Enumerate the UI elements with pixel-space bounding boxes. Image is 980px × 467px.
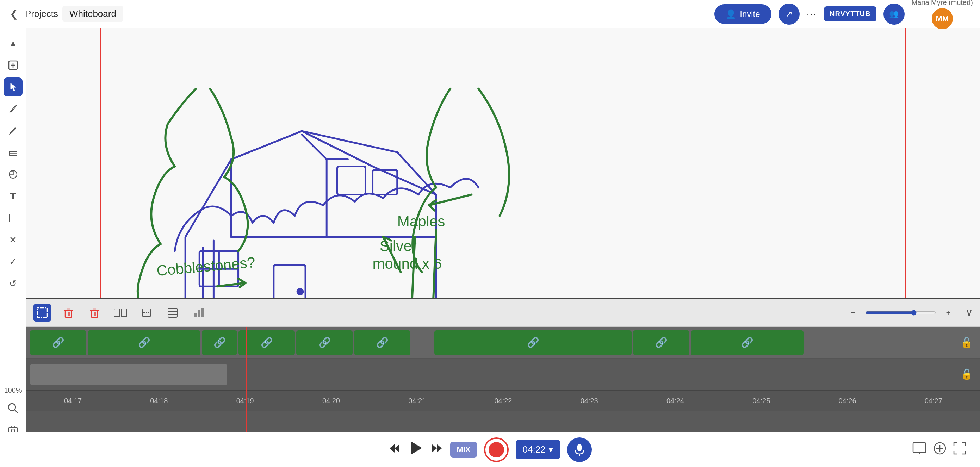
add-frame-button[interactable] [3,56,22,75]
clip-link-icon: 🔗 [52,337,64,348]
scroll-up-button[interactable]: ▲ [3,34,22,53]
undo-icon: ↺ [9,278,17,289]
record-dot [488,442,504,457]
svg-text:mound x 6: mound x 6 [373,255,442,272]
pencil-tool-button[interactable] [3,121,22,140]
svg-rect-66 [578,444,582,451]
invite-button[interactable]: 👤 Invite [714,4,771,24]
mic-button[interactable] [567,437,592,462]
timecode-display[interactable]: 04:22 ▾ [516,440,560,459]
svg-rect-14 [337,166,365,194]
bottom-controls: MIX 04:22 ▾ [0,432,980,467]
close-button[interactable]: ✕ [3,230,22,249]
mix-badge[interactable]: MIX [450,442,477,458]
play-icon [408,440,423,456]
pen-tool-button[interactable] [3,99,22,118]
projects-link[interactable]: Projects [25,8,58,19]
invite-label: Invite [740,9,760,19]
clip-2[interactable]: 🔗 [88,330,200,355]
rewind-button[interactable] [388,442,401,457]
timecode-04-22: 04:22 [460,397,546,405]
clip-3[interactable]: 🔗 [202,330,237,355]
clip-7[interactable]: 🔗 [434,330,632,355]
timecode-04-18: 04:18 [116,397,202,405]
zoom-in-button[interactable] [3,399,22,418]
track-2-lock[interactable]: 🔓 [961,369,973,380]
clip-6[interactable]: 🔗 [354,330,410,355]
left-toolbar: ▲ [0,28,26,467]
clip-link-icon-4: 🔗 [261,337,273,348]
muted-user-section: Maria Myre (muted) MM [912,0,973,29]
zoom-level: 100% [4,386,22,394]
record-button[interactable] [484,437,509,462]
clip-link-icon-2: 🔗 [138,337,150,348]
clip-link-icon-6: 🔗 [376,337,388,348]
fullscreen-button[interactable] [953,442,966,457]
share-button[interactable]: ↗ [778,3,800,25]
clip-link-icon-3: 🔗 [213,337,226,348]
zoom-in-icon [7,402,19,414]
clip-8[interactable]: 🔗 [633,330,689,355]
eraser-tool-button[interactable] [3,143,22,162]
top-bar-left: ❮ Projects Whiteboard [7,6,123,22]
close-icon: ✕ [9,235,17,245]
chart-button[interactable] [190,304,207,322]
playhead[interactable] [246,327,247,446]
select-cursor-icon [8,82,18,92]
mm-initials: MM [935,14,949,23]
clip-container-1: 🔗 🔗 🔗 🔗 🔗 🔗 🔗 [26,330,980,355]
svg-text:Maples: Maples [397,213,445,230]
undo-button[interactable]: ↺ [3,274,22,293]
svg-text:Silver: Silver [380,238,417,254]
timecode-04-23: 04:23 [546,397,632,405]
rewind-icon [388,442,401,455]
play-button[interactable] [408,440,423,459]
forward-button[interactable] [431,442,443,457]
svg-marker-65 [437,444,442,453]
svg-point-20 [298,289,303,294]
zoom-out-button[interactable]: − [845,304,862,322]
track-row-1: 🔗 🔗 🔗 🔗 🔗 🔗 🔗 [26,327,980,359]
subtitle-clip-1[interactable] [30,364,227,385]
clip-5[interactable]: 🔗 [296,330,353,355]
user-group-icon: 👥 [883,3,905,25]
clip-1[interactable]: 🔗 [30,330,86,355]
screen-button[interactable] [912,442,926,457]
mic-icon [573,443,586,456]
split-button[interactable] [112,304,129,322]
text-icon: T [10,191,16,202]
add-icon [934,442,946,455]
zoom-slider[interactable] [865,310,936,316]
more-options-button[interactable]: ··· [807,8,817,20]
zoom-in-tl-button[interactable]: + [940,304,957,322]
svg-marker-63 [412,442,422,454]
track-row-2: 🔓 [26,359,980,390]
delete-section-button[interactable] [86,304,103,322]
timecode-04-26: 04:26 [804,397,890,405]
timecode-04-19: 04:19 [202,397,288,405]
text-tool-button[interactable]: T [3,187,22,206]
clip-link-icon-9: 🔗 [741,337,754,348]
clip-9[interactable]: 🔗 [691,330,803,355]
filter-button[interactable] [164,304,181,322]
timeline-select-button[interactable] [33,304,51,322]
shapes-icon [8,169,18,179]
selection-rect-button[interactable] [3,208,22,227]
svg-marker-62 [395,444,399,453]
shapes-tool-button[interactable] [3,165,22,184]
crop-button[interactable] [138,304,155,322]
timeline-tracks: 🔗 🔗 🔗 🔗 🔗 🔗 🔗 [26,327,980,446]
collapse-timeline-button[interactable]: ∨ [966,307,973,318]
select-tool-button[interactable] [3,78,22,97]
timecode-04-27: 04:27 [891,397,977,405]
crop-icon [140,307,153,319]
add-track-button[interactable] [934,442,946,457]
back-button[interactable]: ❮ [7,7,21,21]
fullscreen-icon [953,442,966,455]
zoom-slider-container: − + [845,304,957,322]
check-icon: ✓ [9,256,17,267]
delete-clip-button[interactable] [59,304,77,322]
track-1-lock[interactable]: 🔓 [961,337,973,348]
check-button[interactable]: ✓ [3,252,22,271]
whiteboard-tab[interactable]: Whiteboard [62,6,123,22]
